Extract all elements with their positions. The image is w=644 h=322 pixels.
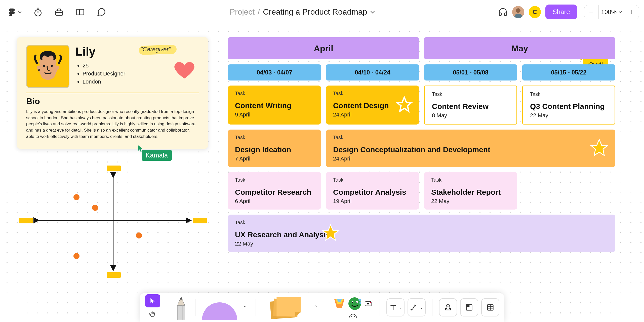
task-date: 6 April: [235, 198, 314, 205]
task-card[interactable]: Task Competitor Research 6 April: [228, 172, 321, 210]
star-icon: [589, 138, 609, 159]
task-title: Q3 Content Planning: [530, 102, 608, 111]
share-button[interactable]: Share: [545, 5, 577, 19]
task-title: Content Review: [432, 102, 509, 111]
task-label: Task: [235, 135, 314, 140]
task-card[interactable]: Task Competitor Analysis 19 April: [326, 172, 419, 210]
axis-label: [107, 272, 121, 278]
svg-rect-2: [77, 9, 84, 15]
persona-card[interactable]: Lily 25 Product Designer London "Caregiv…: [17, 37, 208, 149]
persona-photo: [26, 45, 69, 88]
persona-tag: "Caregiver": [140, 46, 171, 53]
task-date: 19 April: [333, 198, 412, 205]
shape-tool[interactable]: [202, 295, 237, 320]
data-point[interactable]: [92, 205, 98, 211]
cursor-label: Kamala: [142, 150, 172, 161]
svg-point-4: [516, 8, 520, 13]
task-label: Task: [235, 91, 314, 96]
separator: [167, 299, 167, 316]
month-header: May: [424, 37, 615, 59]
separator: [326, 299, 326, 316]
pencil-tool[interactable]: [174, 295, 189, 320]
star-icon: [321, 223, 340, 244]
avatar[interactable]: [512, 6, 524, 18]
task-card[interactable]: Task Content Writing 9 April: [228, 86, 321, 125]
svg-point-26: [356, 302, 357, 303]
data-point[interactable]: [136, 232, 142, 238]
toolbar-left: [8, 7, 106, 17]
zoom-out-button[interactable]: −: [584, 5, 598, 19]
top-toolbar: Project / Creating a Product Roadmap C S…: [0, 0, 644, 24]
axis-label: [19, 218, 33, 223]
task-label: Task: [432, 91, 509, 97]
task-title: Design Ideation: [235, 145, 314, 154]
task-card[interactable]: Task Q3 Content Planning 22 May: [522, 86, 615, 125]
headphones-icon[interactable]: [498, 7, 508, 17]
task-card[interactable]: Task Content Review 8 May: [424, 86, 517, 125]
svg-point-7: [43, 65, 45, 67]
sticker-tool[interactable]: [333, 296, 373, 319]
panel-icon[interactable]: [75, 7, 85, 17]
figma-menu-icon[interactable]: [8, 8, 22, 16]
comment-icon[interactable]: [97, 7, 106, 17]
svg-point-31: [370, 302, 371, 303]
svg-marker-13: [180, 297, 182, 300]
task-title: Content Writing: [235, 101, 314, 110]
task-date: 9 April: [235, 111, 314, 118]
chevron-up-icon[interactable]: ⌃: [241, 305, 249, 310]
breadcrumb-current[interactable]: Creating a Product Roadmap: [263, 7, 367, 17]
task-card[interactable]: Task Stakeholder Report 22 May: [424, 172, 517, 210]
bottom-toolbar: ⌃ ⌃ ⌄ ⌄: [140, 293, 504, 322]
task-date: 24 April: [333, 155, 608, 162]
remote-cursor-kamala: Kamala: [142, 150, 172, 161]
svg-point-33: [354, 316, 355, 317]
user-badge[interactable]: C: [529, 6, 541, 18]
select-tool[interactable]: [145, 294, 160, 307]
table-tool[interactable]: [481, 298, 499, 316]
breadcrumb-sep: /: [258, 7, 260, 17]
task-card[interactable]: Task Content Design 24 April: [326, 86, 419, 125]
toolbar-right: C Share − 100% +: [498, 5, 639, 19]
svg-rect-14: [177, 306, 185, 320]
toolbox-icon[interactable]: [54, 7, 64, 17]
hand-tool[interactable]: [145, 307, 160, 320]
section-tool[interactable]: [460, 298, 478, 316]
svg-point-8: [51, 65, 53, 67]
svg-point-32: [351, 316, 352, 317]
sticky-note-tool[interactable]: [262, 295, 308, 320]
breadcrumb[interactable]: Project / Creating a Product Roadmap: [106, 7, 498, 17]
zoom-value[interactable]: 100%: [598, 5, 625, 19]
connector-tool[interactable]: ⌄: [408, 298, 426, 316]
canvas[interactable]: Lily 25 Product Designer London "Caregiv…: [0, 24, 644, 322]
stamp-tool[interactable]: [439, 298, 457, 316]
breadcrumb-parent[interactable]: Project: [230, 7, 255, 17]
zoom-in-button[interactable]: +: [625, 5, 639, 19]
axis-label: [193, 218, 207, 223]
persona-name: Lily: [75, 45, 199, 58]
bio-heading: Bio: [26, 96, 199, 106]
zoom-control: − 100% +: [584, 5, 639, 19]
axis-diagram[interactable]: [18, 163, 206, 278]
svg-point-30: [367, 303, 369, 304]
week-header: 04/03 - 04/07: [228, 64, 321, 80]
chevron-down-icon[interactable]: [370, 10, 375, 14]
separator: [256, 299, 256, 316]
task-label: Task: [530, 91, 608, 97]
chevron-up-icon[interactable]: ⌃: [312, 305, 319, 310]
svg-rect-1: [56, 11, 63, 15]
timer-icon[interactable]: [33, 7, 43, 17]
separator: [195, 299, 195, 316]
task-card[interactable]: Task UX Research and Analysis 22 May: [228, 215, 615, 252]
data-point[interactable]: [73, 253, 79, 259]
month-header: April: [228, 37, 419, 59]
task-date: 22 May: [431, 198, 510, 205]
roadmap[interactable]: April May 04/03 - 04/07 04/10 - 04/24 05…: [228, 37, 620, 257]
bio-text: Lily is a young and ambitious product de…: [26, 109, 199, 140]
data-point[interactable]: [73, 194, 79, 200]
task-label: Task: [333, 177, 412, 183]
separator: [432, 299, 432, 316]
task-card[interactable]: Task Design Conceptualization and Develo…: [326, 130, 615, 167]
task-card[interactable]: Task Design Ideation 7 April: [228, 130, 321, 167]
text-tool[interactable]: ⌄: [386, 298, 405, 316]
task-title: Stakeholder Report: [431, 188, 510, 196]
